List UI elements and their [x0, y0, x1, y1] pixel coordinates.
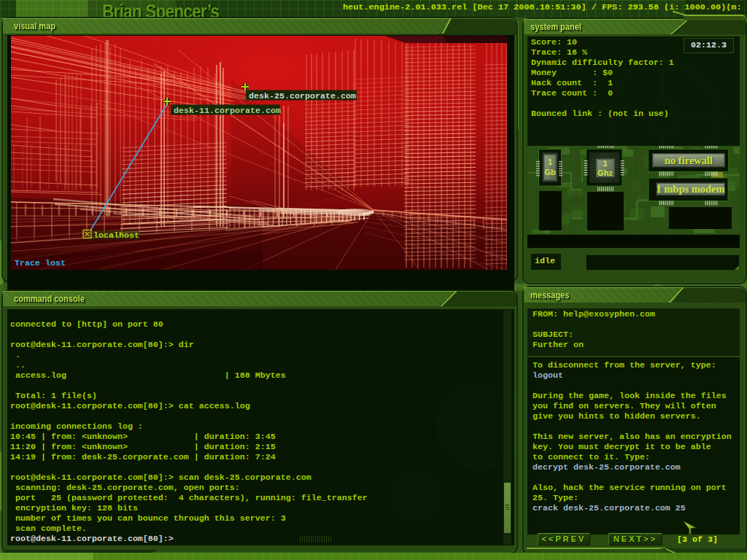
- svg-text:Ghz: Ghz: [597, 168, 613, 177]
- svg-text:1: 1: [548, 158, 552, 166]
- svg-text:1: 1: [603, 159, 607, 168]
- svg-text:no firewall: no firewall: [665, 155, 713, 166]
- svg-text:1 mbps modem: 1 mbps modem: [656, 183, 724, 195]
- svg-text:desk-25.corporate.com: desk-25.corporate.com: [249, 91, 356, 101]
- svg-text:desk-11.corporate.com: desk-11.corporate.com: [174, 106, 281, 116]
- svg-text:localhost: localhost: [93, 230, 139, 241]
- svg-text:Gb: Gb: [544, 168, 556, 176]
- svg-text:Trace lost: Trace lost: [15, 258, 66, 268]
